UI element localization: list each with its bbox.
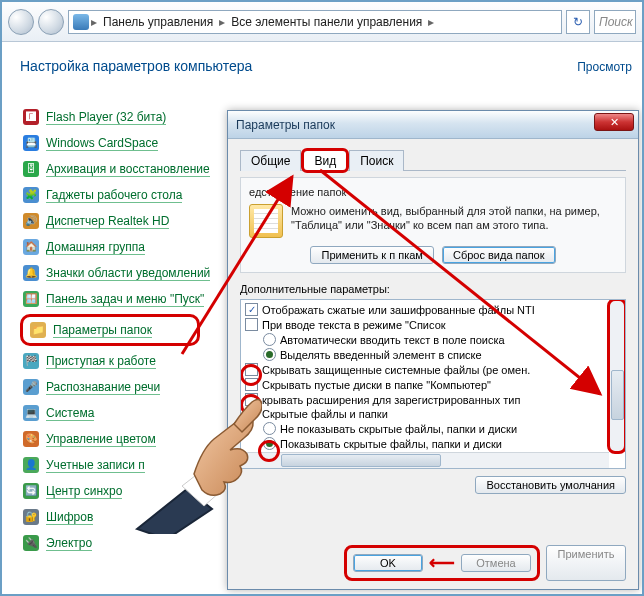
tree-row-label: Скрывать пустые диски в папке "Компьютер…: [262, 379, 491, 391]
refresh-button[interactable]: ↻: [566, 10, 590, 34]
tree-row[interactable]: Скрывать пустые диски в папке "Компьютер…: [245, 377, 617, 392]
tree-row[interactable]: Автоматически вводить текст в поле поиск…: [245, 332, 617, 347]
annotation-arrow-icon: ⟵: [429, 552, 455, 574]
item-link[interactable]: Центр синхро: [46, 484, 122, 499]
nav-back-button[interactable]: [8, 9, 34, 35]
item-icon: 📇: [22, 134, 40, 152]
item-link[interactable]: Электро: [46, 536, 92, 551]
checkbox[interactable]: [245, 393, 258, 406]
item-link[interactable]: Windows CardSpace: [46, 136, 158, 151]
scrollbar-thumb[interactable]: [281, 454, 441, 467]
item-link[interactable]: Flash Player (32 бита): [46, 110, 166, 125]
tree-row[interactable]: Не показывать скрытые файлы, папки и дис…: [245, 421, 617, 436]
tree-row[interactable]: При вводе текста в режиме "Список: [245, 317, 617, 332]
checkbox[interactable]: [245, 363, 258, 376]
checkbox[interactable]: [245, 303, 258, 316]
tree-row-label: крывать расширения для зарегистрированны…: [262, 394, 520, 406]
item-link[interactable]: Панель задач и меню "Пуск": [46, 292, 204, 307]
scrollbar-thumb[interactable]: [611, 370, 624, 420]
tree-row-label: Отображать сжатые или зашифрованные файл…: [262, 304, 535, 316]
tree-row[interactable]: Скрывать защищенные системные файлы (ре …: [245, 362, 617, 377]
item-link[interactable]: Диспетчер Realtek HD: [46, 214, 169, 229]
item-link[interactable]: Параметры папок: [53, 323, 152, 338]
apply-button[interactable]: Применить: [546, 545, 626, 581]
advanced-params-label: Дополнительные параметры:: [240, 283, 626, 295]
breadcrumb[interactable]: Панель управления: [99, 13, 217, 31]
control-panel-item[interactable]: 📁Параметры папок: [20, 314, 200, 346]
tree-row-label: Выделять введенный элемент в списке: [280, 349, 482, 361]
tree-row-label: Не показывать скрытые файлы, папки и дис…: [280, 423, 517, 435]
item-link[interactable]: Распознавание речи: [46, 380, 160, 395]
vertical-scrollbar[interactable]: [609, 300, 625, 452]
tree-row[interactable]: Показывать скрытые файлы, папки и диски: [245, 436, 617, 451]
tree-row[interactable]: Скрытые файлы и папки: [245, 407, 617, 421]
nav-forward-button[interactable]: [38, 9, 64, 35]
item-link[interactable]: Приступая к работе: [46, 354, 156, 369]
horizontal-scrollbar[interactable]: [241, 452, 609, 468]
tree-row-label: Показывать скрытые файлы, папки и диски: [280, 438, 502, 450]
item-link[interactable]: Система: [46, 406, 94, 421]
item-icon: 👤: [22, 456, 40, 474]
tab-search[interactable]: Поиск: [349, 150, 404, 171]
annotation-highlight: OK ⟵ Отмена: [344, 545, 540, 581]
group-legend: едставление папок: [249, 186, 617, 198]
cancel-button[interactable]: Отмена: [461, 554, 531, 572]
view-mode-label[interactable]: Просмотр: [577, 60, 632, 74]
item-link[interactable]: Шифров: [46, 510, 93, 525]
item-link[interactable]: Гаджеты рабочего стола: [46, 188, 182, 203]
search-input[interactable]: Поиск: [594, 10, 636, 34]
tree-row[interactable]: Выделять введенный элемент в списке: [245, 347, 617, 362]
item-icon: 🔔: [22, 264, 40, 282]
tree-row-label: Скрывать защищенные системные файлы (ре …: [262, 364, 530, 376]
item-link[interactable]: Управление цветом: [46, 432, 156, 447]
tree-row-label: Автоматически вводить текст в поле поиск…: [280, 334, 505, 346]
advanced-options-tree: Отображать сжатые или зашифрованные файл…: [240, 299, 626, 469]
breadcrumb[interactable]: Все элементы панели управления: [227, 13, 426, 31]
item-icon: 🏁: [22, 352, 40, 370]
radio[interactable]: [263, 437, 276, 450]
tree-row-label: При вводе текста в режиме "Список: [262, 319, 446, 331]
item-icon: 🎨: [22, 430, 40, 448]
item-icon: 📁: [29, 321, 47, 339]
item-icon: 🔄: [22, 482, 40, 500]
ok-button[interactable]: OK: [353, 554, 423, 572]
item-icon: 🪟: [22, 290, 40, 308]
tree-row-label: Скрытые файлы и папки: [262, 408, 388, 420]
folder-representation-group: едставление папок Можно оименить вид, вы…: [240, 177, 626, 273]
apply-to-folders-button[interactable]: Применить к п пкам: [310, 246, 433, 264]
control-panel-icon: [73, 14, 89, 30]
tab-strip: Общие Вид Поиск: [240, 149, 626, 171]
item-icon: 🅵: [22, 108, 40, 126]
dialog-titlebar[interactable]: Параметры папок ✕: [228, 111, 638, 139]
item-icon: 🏠: [22, 238, 40, 256]
checkbox[interactable]: [245, 378, 258, 391]
item-icon: 🔊: [22, 212, 40, 230]
restore-defaults-button[interactable]: Восстановить умолчания: [475, 476, 626, 494]
tree-row[interactable]: Отображать сжатые или зашифрованные файл…: [245, 302, 617, 317]
radio[interactable]: [263, 422, 276, 435]
item-icon: 🎤: [22, 378, 40, 396]
item-icon: 💻: [22, 404, 40, 422]
explorer-topbar: ▸ Панель управления ▸ Все элементы панел…: [2, 2, 642, 42]
radio[interactable]: [263, 333, 276, 346]
address-bar[interactable]: ▸ Панель управления ▸ Все элементы панел…: [68, 10, 562, 34]
reset-folders-button[interactable]: Сброс вида папок: [442, 246, 556, 264]
item-link[interactable]: Учетные записи п: [46, 458, 145, 473]
tab-view[interactable]: Вид: [303, 150, 347, 171]
item-link[interactable]: Домашняя группа: [46, 240, 145, 255]
tab-general[interactable]: Общие: [240, 150, 301, 171]
item-icon: 🔐: [22, 508, 40, 526]
item-icon: 🔌: [22, 534, 40, 552]
representation-text: Можно оименить вид, выбранный для этой п…: [291, 204, 617, 238]
checkbox[interactable]: [245, 318, 258, 331]
close-button[interactable]: ✕: [594, 113, 634, 131]
item-link[interactable]: Архивация и восстановление: [46, 162, 210, 177]
item-icon: 🧩: [22, 186, 40, 204]
radio[interactable]: [263, 348, 276, 361]
item-link[interactable]: Значки области уведомлений: [46, 266, 210, 281]
item-icon: 🗄: [22, 160, 40, 178]
page-title: Настройка параметров компьютера: [20, 58, 624, 74]
dialog-footer: OK ⟵ Отмена Применить: [228, 537, 638, 589]
tree-row[interactable]: крывать расширения для зарегистрированны…: [245, 392, 617, 407]
dialog-title-text: Параметры папок: [236, 118, 335, 132]
